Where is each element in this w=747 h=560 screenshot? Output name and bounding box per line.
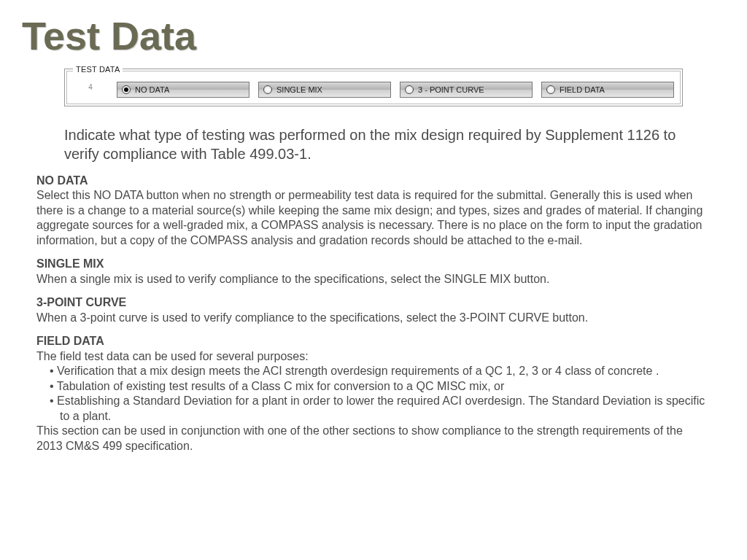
section-body: Select this NO DATA button when no stren…: [36, 188, 711, 248]
section-field-data: FIELD DATA The field test data can be us…: [36, 334, 711, 454]
section-no-data: NO DATA Select this NO DATA button when …: [36, 174, 711, 248]
section-bullets: Verification that a mix design meets the…: [36, 364, 711, 424]
section-heading: NO DATA: [36, 174, 711, 188]
section-single-mix: SINGLE MIX When a single mix is used to …: [36, 257, 711, 287]
radio-icon: [546, 85, 555, 94]
fieldset-legend: TEST DATA: [73, 65, 123, 74]
radio-icon: [405, 85, 414, 94]
option-label: 3 - POINT CURVE: [418, 85, 484, 94]
option-label: SINGLE MIX: [276, 85, 322, 94]
radio-icon: [263, 85, 272, 94]
section-heading: FIELD DATA: [36, 334, 711, 349]
fieldset-subscript: 4: [73, 83, 108, 97]
option-3-point-curve[interactable]: 3 - POINT CURVE: [400, 82, 533, 98]
section-body: When a single mix is used to verify comp…: [36, 272, 711, 287]
option-label: FIELD DATA: [560, 85, 605, 94]
section-body: When a 3-point curve is used to verify c…: [36, 311, 711, 325]
page-title: Test Data: [0, 0, 747, 58]
section-body-outro: This section can be used in conjunction …: [36, 424, 711, 454]
option-label: NO DATA: [135, 85, 169, 94]
sections: NO DATA Select this NO DATA button when …: [36, 174, 711, 454]
option-single-mix[interactable]: SINGLE MIX: [258, 82, 391, 98]
section-heading: SINGLE MIX: [36, 257, 711, 271]
list-item: Establishing a Standard Deviation for a …: [36, 394, 711, 424]
test-data-fieldset-outer: TEST DATA 4 NO DATA SINGLE MIX 3 - POINT…: [64, 69, 683, 106]
option-no-data[interactable]: NO DATA: [117, 82, 249, 98]
list-item: Verification that a mix design meets the…: [36, 364, 711, 378]
section-3-point-curve: 3-POINT CURVE When a 3-point curve is us…: [36, 295, 711, 325]
radio-icon: [122, 85, 131, 94]
option-field-data[interactable]: FIELD DATA: [541, 82, 674, 98]
test-data-fieldset: TEST DATA 4 NO DATA SINGLE MIX 3 - POINT…: [66, 71, 681, 104]
intro-paragraph: Indicate what type of testing was perfor…: [64, 125, 683, 163]
section-body-intro: The field test data can be used for seve…: [36, 349, 711, 364]
list-item: Tabulation of existing test results of a…: [36, 379, 711, 394]
section-heading: 3-POINT CURVE: [36, 295, 711, 310]
